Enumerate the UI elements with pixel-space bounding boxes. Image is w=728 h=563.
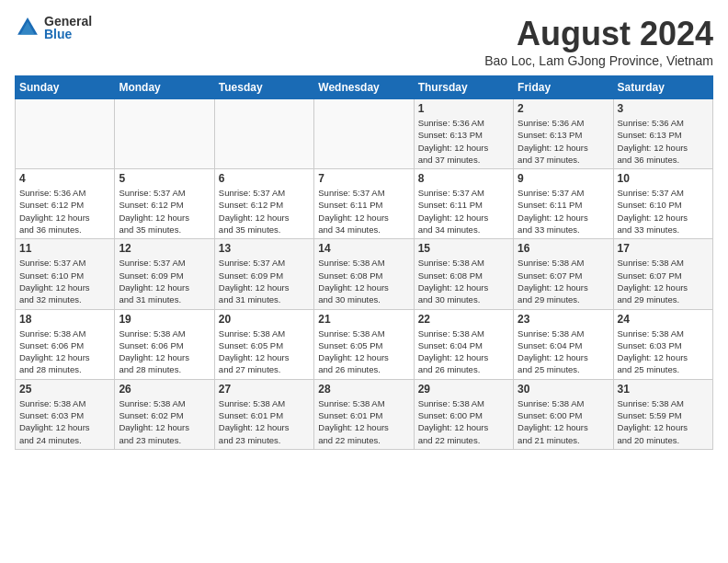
day-info: Sunrise: 5:38 AM Sunset: 6:01 PM Dayligh…	[219, 397, 310, 446]
calendar-cell: 6Sunrise: 5:37 AM Sunset: 6:12 PM Daylig…	[214, 169, 313, 239]
day-of-week-wednesday: Wednesday	[314, 76, 414, 99]
calendar-cell: 27Sunrise: 5:38 AM Sunset: 6:01 PM Dayli…	[214, 379, 313, 449]
day-info: Sunrise: 5:38 AM Sunset: 6:02 PM Dayligh…	[119, 397, 210, 446]
day-number: 6	[219, 172, 310, 185]
calendar-cell	[214, 99, 313, 169]
day-info: Sunrise: 5:38 AM Sunset: 6:00 PM Dayligh…	[518, 397, 609, 446]
calendar-cell: 7Sunrise: 5:37 AM Sunset: 6:11 PM Daylig…	[314, 169, 414, 239]
calendar-cell: 15Sunrise: 5:38 AM Sunset: 6:08 PM Dayli…	[414, 239, 513, 309]
days-of-week-row: SundayMondayTuesdayWednesdayThursdayFrid…	[16, 76, 713, 99]
calendar-cell: 18Sunrise: 5:38 AM Sunset: 6:06 PM Dayli…	[16, 309, 115, 379]
day-info: Sunrise: 5:37 AM Sunset: 6:12 PM Dayligh…	[119, 187, 210, 236]
calendar-cell: 22Sunrise: 5:38 AM Sunset: 6:04 PM Dayli…	[414, 309, 513, 379]
day-info: Sunrise: 5:36 AM Sunset: 6:13 PM Dayligh…	[418, 117, 509, 166]
day-info: Sunrise: 5:37 AM Sunset: 6:11 PM Dayligh…	[318, 187, 409, 236]
calendar-cell: 3Sunrise: 5:36 AM Sunset: 6:13 PM Daylig…	[613, 99, 712, 169]
day-info: Sunrise: 5:36 AM Sunset: 6:12 PM Dayligh…	[19, 187, 110, 236]
logo-icon	[15, 15, 40, 40]
calendar-cell	[115, 99, 214, 169]
day-info: Sunrise: 5:38 AM Sunset: 5:59 PM Dayligh…	[618, 397, 709, 446]
calendar-cell: 31Sunrise: 5:38 AM Sunset: 5:59 PM Dayli…	[613, 379, 712, 449]
day-number: 18	[19, 313, 110, 326]
calendar-cell: 4Sunrise: 5:36 AM Sunset: 6:12 PM Daylig…	[16, 169, 115, 239]
day-number: 16	[518, 242, 609, 255]
calendar-cell: 1Sunrise: 5:36 AM Sunset: 6:13 PM Daylig…	[414, 99, 513, 169]
day-info: Sunrise: 5:37 AM Sunset: 6:10 PM Dayligh…	[19, 257, 110, 305]
day-info: Sunrise: 5:38 AM Sunset: 6:08 PM Dayligh…	[418, 257, 509, 305]
calendar-cell: 13Sunrise: 5:37 AM Sunset: 6:09 PM Dayli…	[214, 239, 313, 309]
day-of-week-tuesday: Tuesday	[214, 76, 313, 99]
calendar-table: SundayMondayTuesdayWednesdayThursdayFrid…	[15, 75, 713, 450]
calendar-cell: 20Sunrise: 5:38 AM Sunset: 6:05 PM Dayli…	[214, 309, 313, 379]
day-number: 9	[518, 172, 609, 185]
calendar-week-1: 1Sunrise: 5:36 AM Sunset: 6:13 PM Daylig…	[16, 99, 713, 169]
calendar-cell: 16Sunrise: 5:38 AM Sunset: 6:07 PM Dayli…	[514, 239, 613, 309]
calendar-cell: 10Sunrise: 5:37 AM Sunset: 6:10 PM Dayli…	[613, 169, 712, 239]
calendar-cell: 5Sunrise: 5:37 AM Sunset: 6:12 PM Daylig…	[115, 169, 214, 239]
day-number: 24	[618, 313, 709, 326]
calendar-cell: 17Sunrise: 5:38 AM Sunset: 6:07 PM Dayli…	[613, 239, 712, 309]
day-number: 8	[418, 172, 509, 185]
day-of-week-saturday: Saturday	[613, 76, 712, 99]
calendar-cell: 29Sunrise: 5:38 AM Sunset: 6:00 PM Dayli…	[414, 379, 513, 449]
calendar-week-5: 25Sunrise: 5:38 AM Sunset: 6:03 PM Dayli…	[16, 379, 713, 449]
day-number: 3	[618, 102, 709, 115]
logo-text: General Blue	[44, 15, 92, 40]
day-number: 19	[119, 313, 210, 326]
calendar-cell: 8Sunrise: 5:37 AM Sunset: 6:11 PM Daylig…	[414, 169, 513, 239]
day-info: Sunrise: 5:37 AM Sunset: 6:09 PM Dayligh…	[119, 257, 210, 305]
day-of-week-sunday: Sunday	[16, 76, 115, 99]
day-number: 28	[318, 383, 409, 396]
calendar-header: SundayMondayTuesdayWednesdayThursdayFrid…	[16, 76, 713, 99]
day-number: 1	[418, 102, 509, 115]
day-number: 7	[318, 172, 409, 185]
title-area: August 2024 Bao Loc, Lam GJong Province,…	[484, 15, 713, 68]
logo-blue-text: Blue	[44, 28, 92, 40]
calendar-cell: 25Sunrise: 5:38 AM Sunset: 6:03 PM Dayli…	[16, 379, 115, 449]
page-header: General Blue August 2024 Bao Loc, Lam GJ…	[15, 15, 713, 68]
day-number: 14	[318, 242, 409, 255]
day-info: Sunrise: 5:36 AM Sunset: 6:13 PM Dayligh…	[518, 117, 609, 166]
calendar-cell: 24Sunrise: 5:38 AM Sunset: 6:03 PM Dayli…	[613, 309, 712, 379]
calendar-cell	[314, 99, 414, 169]
day-number: 22	[418, 313, 509, 326]
day-info: Sunrise: 5:37 AM Sunset: 6:11 PM Dayligh…	[418, 187, 509, 236]
day-number: 27	[219, 383, 310, 396]
day-info: Sunrise: 5:38 AM Sunset: 6:03 PM Dayligh…	[618, 327, 709, 376]
day-number: 29	[418, 383, 509, 396]
calendar-cell: 30Sunrise: 5:38 AM Sunset: 6:00 PM Dayli…	[514, 379, 613, 449]
logo: General Blue	[15, 15, 92, 40]
day-number: 31	[618, 383, 709, 396]
calendar-body: 1Sunrise: 5:36 AM Sunset: 6:13 PM Daylig…	[16, 99, 713, 450]
calendar-cell: 12Sunrise: 5:37 AM Sunset: 6:09 PM Dayli…	[115, 239, 214, 309]
day-info: Sunrise: 5:38 AM Sunset: 6:04 PM Dayligh…	[518, 327, 609, 376]
day-number: 23	[518, 313, 609, 326]
calendar-cell: 28Sunrise: 5:38 AM Sunset: 6:01 PM Dayli…	[314, 379, 414, 449]
location-text: Bao Loc, Lam GJong Province, Vietnam	[484, 53, 713, 68]
day-of-week-monday: Monday	[115, 76, 214, 99]
day-number: 10	[618, 172, 709, 185]
day-info: Sunrise: 5:38 AM Sunset: 6:05 PM Dayligh…	[318, 327, 409, 376]
day-number: 4	[19, 172, 110, 185]
day-info: Sunrise: 5:38 AM Sunset: 6:07 PM Dayligh…	[518, 257, 609, 305]
day-info: Sunrise: 5:37 AM Sunset: 6:10 PM Dayligh…	[618, 187, 709, 236]
day-number: 12	[119, 242, 210, 255]
calendar-cell: 26Sunrise: 5:38 AM Sunset: 6:02 PM Dayli…	[115, 379, 214, 449]
day-number: 13	[219, 242, 310, 255]
day-info: Sunrise: 5:37 AM Sunset: 6:12 PM Dayligh…	[219, 187, 310, 236]
day-info: Sunrise: 5:37 AM Sunset: 6:11 PM Dayligh…	[518, 187, 609, 236]
day-info: Sunrise: 5:37 AM Sunset: 6:09 PM Dayligh…	[219, 257, 310, 305]
day-info: Sunrise: 5:38 AM Sunset: 6:00 PM Dayligh…	[418, 397, 509, 446]
day-number: 15	[418, 242, 509, 255]
calendar-cell	[16, 99, 115, 169]
calendar-cell: 21Sunrise: 5:38 AM Sunset: 6:05 PM Dayli…	[314, 309, 414, 379]
day-number: 21	[318, 313, 409, 326]
day-info: Sunrise: 5:38 AM Sunset: 6:03 PM Dayligh…	[19, 397, 110, 446]
day-info: Sunrise: 5:38 AM Sunset: 6:08 PM Dayligh…	[318, 257, 409, 305]
calendar-week-2: 4Sunrise: 5:36 AM Sunset: 6:12 PM Daylig…	[16, 169, 713, 239]
day-number: 2	[518, 102, 609, 115]
day-info: Sunrise: 5:38 AM Sunset: 6:07 PM Dayligh…	[618, 257, 709, 305]
day-number: 20	[219, 313, 310, 326]
calendar-cell: 9Sunrise: 5:37 AM Sunset: 6:11 PM Daylig…	[514, 169, 613, 239]
calendar-week-4: 18Sunrise: 5:38 AM Sunset: 6:06 PM Dayli…	[16, 309, 713, 379]
